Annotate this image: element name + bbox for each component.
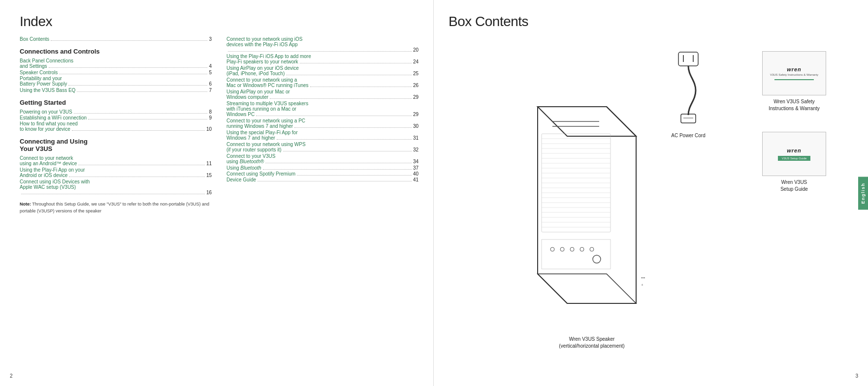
entry-label: Battery Power Supply	[20, 81, 67, 87]
entry-dots	[257, 181, 412, 181]
entry-row: Android or iOS device 15	[20, 173, 212, 178]
entry-row: to know for your device 10	[20, 126, 212, 132]
entry-page: 30	[413, 123, 418, 129]
entry-page: 4	[209, 63, 212, 69]
page-number-left: 2	[10, 373, 13, 379]
entry-page: 26	[413, 83, 418, 88]
svg-rect-35	[678, 52, 698, 66]
entry-dots	[286, 75, 412, 75]
speaker-label: Wren V3US Speaker(vertical/horizontal pl…	[559, 336, 624, 350]
svg-text:•••: •••	[641, 275, 645, 280]
index-left-col: Box Contents 3 Connections and Controls …	[20, 36, 212, 214]
entry-label: Using AirPlay on your Mac or	[226, 89, 418, 94]
safety-instructions-item: wren V3US Safety Instructions & Warranty…	[762, 51, 826, 112]
entry-row: Play-Fi speakers to your network 24	[226, 59, 418, 64]
entry-page: 25	[413, 71, 418, 76]
entry-page: 5	[209, 70, 212, 75]
entry-label: Using the V3US Bass EQ	[20, 88, 75, 93]
list-item: Connect to your network using iOS device…	[226, 36, 418, 53]
list-item: Connect to your network using an Android…	[20, 155, 212, 166]
list-item: Connect to your network using a PC runni…	[226, 118, 418, 129]
list-item: Speaker Controls 5	[20, 70, 212, 75]
entry-label: Play-Fi speakers to your network	[226, 59, 298, 64]
list-item: Connect to your V3US using Bluetooth® 34	[226, 153, 418, 164]
entry-row: Battery Power Supply 6	[20, 81, 212, 87]
list-item: Portability and your Battery Power Suppl…	[20, 76, 212, 87]
entry-label: Connect to your network using a	[226, 77, 418, 83]
entry-dots	[49, 67, 208, 68]
entry-label: Streaming to multiple V3US speakers	[226, 101, 418, 106]
entry-label: Using the Play-Fi App on your	[20, 167, 212, 173]
entry-row: using an Android™ device 11	[20, 161, 212, 166]
entry-label: devices with the Play-Fi iOS App	[226, 42, 418, 47]
entry-label: Apple WAC setup (V3US)	[20, 184, 212, 190]
entry-label: (if your router supports it)	[226, 147, 282, 152]
list-item: Using the special Play-Fi App for Window…	[226, 130, 418, 141]
speaker-diagram: ••• + Wren V3US Speaker(vertical/horizon…	[449, 36, 735, 386]
entry-page: 40	[413, 171, 418, 177]
entry-page: 41	[413, 177, 418, 182]
svg-rect-26	[542, 239, 611, 269]
list-item: Connect using iOS Devices with Apple WAC…	[20, 179, 212, 195]
entry-dots	[297, 175, 412, 176]
note-text: Note: Throughout this Setup Guide, we us…	[20, 201, 212, 214]
entry-label: to know for your device	[20, 126, 70, 132]
entry-label: Using the Play-Fi iOS App to add more	[226, 54, 418, 59]
left-page: Index Box Contents 3 Connections and Con…	[0, 0, 433, 386]
entry-label: Mac or Windows® PC running iTunes	[226, 83, 309, 88]
entry-row: Windows 7 and higher 31	[226, 135, 418, 141]
page-number-right: 3	[855, 373, 858, 379]
entry-dots	[78, 165, 205, 165]
entry-label: Using AirPlay on your iOS device	[226, 65, 418, 71]
entry-row: (if your router supports it) 32	[226, 147, 418, 152]
entry-label: Connect using Spotify Premium	[226, 171, 295, 177]
svg-point-32	[593, 255, 601, 263]
safety-guide-box: wren V3US Safety Instructions & Warranty	[762, 51, 826, 95]
entry-label: using an Android™ device	[20, 161, 77, 166]
accessories-column: wren V3US Safety Instructions & Warranty…	[735, 36, 853, 386]
entry-page: 34	[413, 159, 418, 164]
entry-dots	[294, 127, 412, 128]
svg-point-27	[550, 247, 554, 251]
entry-label: running Windows 7 and higher	[226, 123, 293, 129]
index-right-col: Connect to your network using iOS device…	[226, 36, 418, 214]
entry-page: 11	[206, 161, 212, 166]
list-item: Using the Play-Fi iOS App to add more Pl…	[226, 54, 418, 64]
entry-page: 32	[413, 147, 418, 152]
box-contents-title: Box Contents	[449, 14, 853, 30]
entry-label: Connect to your network using iOS	[226, 36, 418, 42]
entry-label: Back Panel Connections	[20, 58, 212, 63]
entry-label: Using Bluetooth	[226, 165, 261, 171]
list-item: Using AirPlay on your Mac or Windows com…	[226, 89, 418, 100]
entry-page: 8	[209, 109, 212, 115]
entry-row: Windows computer 29	[226, 94, 418, 100]
entry-dots	[300, 63, 412, 63]
svg-marker-3	[538, 274, 636, 303]
entry-page: 6	[209, 81, 212, 87]
list-item: Connect to your network using a Mac or W…	[226, 77, 418, 88]
setup-guide-box: wren V3US Setup Guide	[762, 132, 826, 176]
svg-point-31	[590, 247, 594, 251]
list-item: Using the Play-Fi App on your Android or…	[20, 167, 212, 178]
entry-label: Device Guide	[226, 177, 256, 182]
entry-page: 20	[413, 47, 418, 53]
index-columns: Box Contents 3 Connections and Controls …	[20, 36, 418, 214]
index-title: Index	[20, 14, 418, 30]
entry-label: with iTunes running on a Mac or	[226, 106, 418, 112]
entry-label: Connect to your network	[20, 155, 212, 161]
svg-point-30	[580, 247, 584, 251]
list-item: How to find what you need to know for yo…	[20, 121, 212, 132]
entry-label: Windows PC	[226, 112, 255, 117]
wren-logo-2: wren	[787, 148, 802, 153]
entry-dots	[263, 169, 412, 170]
entry-dots	[69, 177, 205, 177]
safety-guide-label: Wren V3US SafetyInstructions & Warranty	[769, 98, 820, 112]
speaker-illustration: ••• +	[508, 77, 675, 333]
entry-page: 37	[413, 165, 418, 171]
entry-label: using Bluetooth®	[226, 159, 264, 164]
entry-page: 16	[206, 190, 212, 195]
entry-page: 29	[413, 94, 418, 100]
entry-label: and Settings	[20, 63, 47, 69]
list-item: Box Contents 3	[20, 36, 212, 42]
entry-label: Using the special Play-Fi App for	[226, 130, 418, 135]
